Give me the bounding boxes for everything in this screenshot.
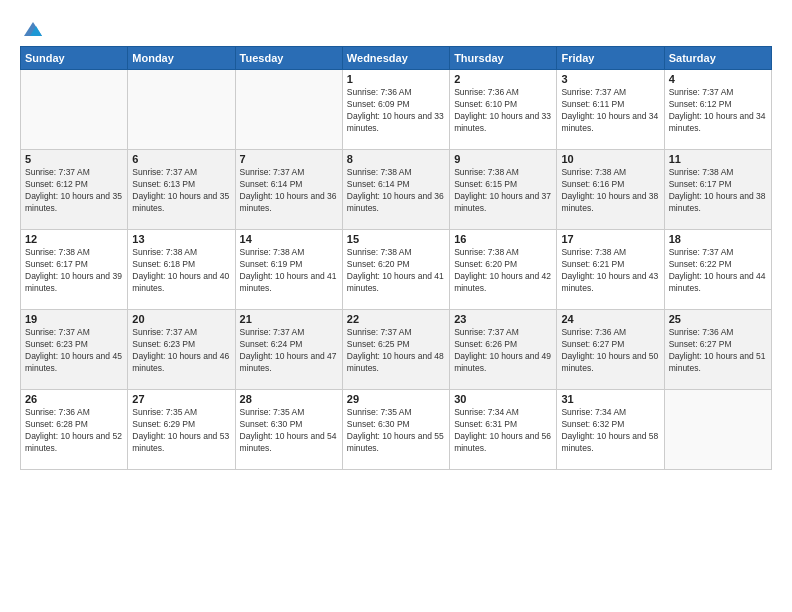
calendar-week-row: 1Sunrise: 7:36 AM Sunset: 6:09 PM Daylig… bbox=[21, 70, 772, 150]
day-number: 1 bbox=[347, 73, 445, 85]
day-number: 17 bbox=[561, 233, 659, 245]
calendar-day-cell: 18Sunrise: 7:37 AM Sunset: 6:22 PM Dayli… bbox=[664, 230, 771, 310]
day-info: Sunrise: 7:36 AM Sunset: 6:28 PM Dayligh… bbox=[25, 407, 123, 455]
calendar-day-cell: 26Sunrise: 7:36 AM Sunset: 6:28 PM Dayli… bbox=[21, 390, 128, 470]
calendar-day-cell: 10Sunrise: 7:38 AM Sunset: 6:16 PM Dayli… bbox=[557, 150, 664, 230]
day-number: 31 bbox=[561, 393, 659, 405]
day-info: Sunrise: 7:38 AM Sunset: 6:20 PM Dayligh… bbox=[454, 247, 552, 295]
day-number: 3 bbox=[561, 73, 659, 85]
calendar-day-cell bbox=[128, 70, 235, 150]
calendar: SundayMondayTuesdayWednesdayThursdayFrid… bbox=[20, 46, 772, 470]
calendar-day-cell: 6Sunrise: 7:37 AM Sunset: 6:13 PM Daylig… bbox=[128, 150, 235, 230]
day-number: 29 bbox=[347, 393, 445, 405]
calendar-day-cell: 21Sunrise: 7:37 AM Sunset: 6:24 PM Dayli… bbox=[235, 310, 342, 390]
day-info: Sunrise: 7:34 AM Sunset: 6:32 PM Dayligh… bbox=[561, 407, 659, 455]
day-info: Sunrise: 7:38 AM Sunset: 6:21 PM Dayligh… bbox=[561, 247, 659, 295]
day-info: Sunrise: 7:36 AM Sunset: 6:27 PM Dayligh… bbox=[561, 327, 659, 375]
day-number: 11 bbox=[669, 153, 767, 165]
calendar-week-row: 19Sunrise: 7:37 AM Sunset: 6:23 PM Dayli… bbox=[21, 310, 772, 390]
calendar-day-cell: 28Sunrise: 7:35 AM Sunset: 6:30 PM Dayli… bbox=[235, 390, 342, 470]
day-info: Sunrise: 7:35 AM Sunset: 6:30 PM Dayligh… bbox=[240, 407, 338, 455]
calendar-week-row: 12Sunrise: 7:38 AM Sunset: 6:17 PM Dayli… bbox=[21, 230, 772, 310]
calendar-day-cell: 12Sunrise: 7:38 AM Sunset: 6:17 PM Dayli… bbox=[21, 230, 128, 310]
calendar-day-cell: 20Sunrise: 7:37 AM Sunset: 6:23 PM Dayli… bbox=[128, 310, 235, 390]
day-info: Sunrise: 7:38 AM Sunset: 6:19 PM Dayligh… bbox=[240, 247, 338, 295]
calendar-day-cell: 7Sunrise: 7:37 AM Sunset: 6:14 PM Daylig… bbox=[235, 150, 342, 230]
day-info: Sunrise: 7:38 AM Sunset: 6:17 PM Dayligh… bbox=[25, 247, 123, 295]
day-info: Sunrise: 7:36 AM Sunset: 6:09 PM Dayligh… bbox=[347, 87, 445, 135]
day-number: 23 bbox=[454, 313, 552, 325]
calendar-day-cell: 29Sunrise: 7:35 AM Sunset: 6:30 PM Dayli… bbox=[342, 390, 449, 470]
day-info: Sunrise: 7:38 AM Sunset: 6:18 PM Dayligh… bbox=[132, 247, 230, 295]
calendar-day-cell: 16Sunrise: 7:38 AM Sunset: 6:20 PM Dayli… bbox=[450, 230, 557, 310]
day-info: Sunrise: 7:37 AM Sunset: 6:13 PM Dayligh… bbox=[132, 167, 230, 215]
day-info: Sunrise: 7:36 AM Sunset: 6:10 PM Dayligh… bbox=[454, 87, 552, 135]
day-number: 5 bbox=[25, 153, 123, 165]
day-number: 24 bbox=[561, 313, 659, 325]
logo-icon bbox=[22, 18, 44, 40]
calendar-header-wednesday: Wednesday bbox=[342, 47, 449, 70]
day-number: 25 bbox=[669, 313, 767, 325]
calendar-header-thursday: Thursday bbox=[450, 47, 557, 70]
day-info: Sunrise: 7:35 AM Sunset: 6:30 PM Dayligh… bbox=[347, 407, 445, 455]
day-info: Sunrise: 7:35 AM Sunset: 6:29 PM Dayligh… bbox=[132, 407, 230, 455]
calendar-day-cell: 19Sunrise: 7:37 AM Sunset: 6:23 PM Dayli… bbox=[21, 310, 128, 390]
calendar-day-cell: 14Sunrise: 7:38 AM Sunset: 6:19 PM Dayli… bbox=[235, 230, 342, 310]
header bbox=[20, 18, 772, 36]
calendar-day-cell: 5Sunrise: 7:37 AM Sunset: 6:12 PM Daylig… bbox=[21, 150, 128, 230]
calendar-day-cell bbox=[664, 390, 771, 470]
day-number: 16 bbox=[454, 233, 552, 245]
day-number: 9 bbox=[454, 153, 552, 165]
day-info: Sunrise: 7:38 AM Sunset: 6:16 PM Dayligh… bbox=[561, 167, 659, 215]
page: SundayMondayTuesdayWednesdayThursdayFrid… bbox=[0, 0, 792, 612]
day-info: Sunrise: 7:37 AM Sunset: 6:25 PM Dayligh… bbox=[347, 327, 445, 375]
day-number: 10 bbox=[561, 153, 659, 165]
day-info: Sunrise: 7:37 AM Sunset: 6:12 PM Dayligh… bbox=[669, 87, 767, 135]
day-info: Sunrise: 7:38 AM Sunset: 6:20 PM Dayligh… bbox=[347, 247, 445, 295]
day-number: 20 bbox=[132, 313, 230, 325]
day-info: Sunrise: 7:37 AM Sunset: 6:24 PM Dayligh… bbox=[240, 327, 338, 375]
calendar-header-saturday: Saturday bbox=[664, 47, 771, 70]
calendar-day-cell: 30Sunrise: 7:34 AM Sunset: 6:31 PM Dayli… bbox=[450, 390, 557, 470]
day-number: 14 bbox=[240, 233, 338, 245]
day-number: 13 bbox=[132, 233, 230, 245]
day-number: 15 bbox=[347, 233, 445, 245]
day-number: 30 bbox=[454, 393, 552, 405]
day-info: Sunrise: 7:37 AM Sunset: 6:26 PM Dayligh… bbox=[454, 327, 552, 375]
calendar-day-cell: 2Sunrise: 7:36 AM Sunset: 6:10 PM Daylig… bbox=[450, 70, 557, 150]
calendar-day-cell bbox=[21, 70, 128, 150]
calendar-header-monday: Monday bbox=[128, 47, 235, 70]
calendar-day-cell: 23Sunrise: 7:37 AM Sunset: 6:26 PM Dayli… bbox=[450, 310, 557, 390]
day-info: Sunrise: 7:38 AM Sunset: 6:15 PM Dayligh… bbox=[454, 167, 552, 215]
day-number: 26 bbox=[25, 393, 123, 405]
calendar-day-cell: 11Sunrise: 7:38 AM Sunset: 6:17 PM Dayli… bbox=[664, 150, 771, 230]
day-number: 4 bbox=[669, 73, 767, 85]
calendar-day-cell: 9Sunrise: 7:38 AM Sunset: 6:15 PM Daylig… bbox=[450, 150, 557, 230]
calendar-day-cell: 22Sunrise: 7:37 AM Sunset: 6:25 PM Dayli… bbox=[342, 310, 449, 390]
day-number: 8 bbox=[347, 153, 445, 165]
day-number: 21 bbox=[240, 313, 338, 325]
calendar-day-cell: 31Sunrise: 7:34 AM Sunset: 6:32 PM Dayli… bbox=[557, 390, 664, 470]
day-info: Sunrise: 7:37 AM Sunset: 6:12 PM Dayligh… bbox=[25, 167, 123, 215]
calendar-day-cell: 4Sunrise: 7:37 AM Sunset: 6:12 PM Daylig… bbox=[664, 70, 771, 150]
day-info: Sunrise: 7:37 AM Sunset: 6:23 PM Dayligh… bbox=[132, 327, 230, 375]
calendar-day-cell: 8Sunrise: 7:38 AM Sunset: 6:14 PM Daylig… bbox=[342, 150, 449, 230]
calendar-header-friday: Friday bbox=[557, 47, 664, 70]
day-info: Sunrise: 7:37 AM Sunset: 6:22 PM Dayligh… bbox=[669, 247, 767, 295]
calendar-day-cell: 25Sunrise: 7:36 AM Sunset: 6:27 PM Dayli… bbox=[664, 310, 771, 390]
calendar-day-cell: 3Sunrise: 7:37 AM Sunset: 6:11 PM Daylig… bbox=[557, 70, 664, 150]
calendar-header-sunday: Sunday bbox=[21, 47, 128, 70]
day-number: 19 bbox=[25, 313, 123, 325]
day-info: Sunrise: 7:37 AM Sunset: 6:14 PM Dayligh… bbox=[240, 167, 338, 215]
calendar-day-cell: 24Sunrise: 7:36 AM Sunset: 6:27 PM Dayli… bbox=[557, 310, 664, 390]
day-number: 2 bbox=[454, 73, 552, 85]
day-info: Sunrise: 7:38 AM Sunset: 6:17 PM Dayligh… bbox=[669, 167, 767, 215]
day-number: 6 bbox=[132, 153, 230, 165]
logo bbox=[20, 18, 44, 36]
calendar-week-row: 5Sunrise: 7:37 AM Sunset: 6:12 PM Daylig… bbox=[21, 150, 772, 230]
day-number: 28 bbox=[240, 393, 338, 405]
calendar-day-cell bbox=[235, 70, 342, 150]
day-info: Sunrise: 7:34 AM Sunset: 6:31 PM Dayligh… bbox=[454, 407, 552, 455]
calendar-day-cell: 15Sunrise: 7:38 AM Sunset: 6:20 PM Dayli… bbox=[342, 230, 449, 310]
day-info: Sunrise: 7:37 AM Sunset: 6:23 PM Dayligh… bbox=[25, 327, 123, 375]
